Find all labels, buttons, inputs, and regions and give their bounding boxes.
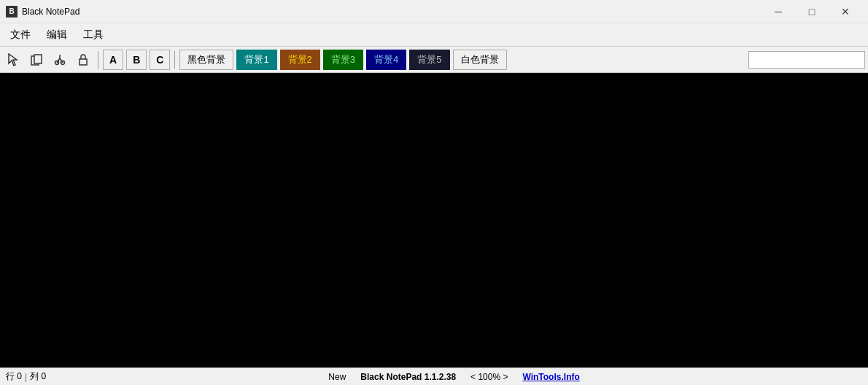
theme-btn-4[interactable]: 背景4	[366, 50, 406, 70]
status-app-name: Black NotePad 1.1.2.38	[360, 372, 456, 382]
menu-file[interactable]: 文件	[3, 26, 38, 44]
scissors-icon	[53, 53, 66, 66]
status-separator: |	[25, 372, 27, 382]
copy-icon	[30, 53, 43, 66]
theme-btn-5[interactable]: 背景5	[409, 50, 449, 70]
app-icon: B	[6, 6, 18, 18]
theme-btn-white[interactable]: 白色背景	[453, 50, 507, 70]
status-position: 行 0 | 列 0	[6, 370, 46, 383]
search-input[interactable]	[748, 51, 865, 69]
theme-btn-1[interactable]: 背景1	[236, 50, 276, 70]
titlebar: B Black NotePad ─ □ ✕	[0, 0, 868, 23]
toolbar-separator-2	[174, 51, 175, 69]
minimize-button[interactable]: ─	[762, 0, 795, 23]
svg-marker-0	[9, 54, 17, 66]
menu-edit[interactable]: 编辑	[39, 26, 74, 44]
window-title: Black NotePad	[22, 7, 762, 17]
theme-btn-2[interactable]: 背景2	[280, 50, 320, 70]
toolbar-separator-1	[98, 51, 98, 69]
menubar: 文件 编辑 工具	[0, 23, 868, 47]
toolbar: A B C 黑色背景 背景1 背景2 背景3 背景4 背景5 白色背景	[0, 47, 868, 73]
menu-tools[interactable]: 工具	[76, 26, 111, 44]
close-button[interactable]: ✕	[829, 0, 862, 23]
statusbar: 行 0 | 列 0 New Black NotePad 1.1.2.38 < 1…	[0, 368, 868, 385]
status-new: New	[328, 372, 346, 382]
status-col: 列 0	[30, 370, 46, 383]
status-center: New Black NotePad 1.1.2.38 < 100% > WinT…	[46, 372, 862, 382]
status-link[interactable]: WinTools.Info	[522, 372, 579, 382]
toolbar-lock-btn[interactable]	[73, 50, 93, 70]
status-row: 行 0	[6, 370, 22, 383]
lock-icon	[77, 53, 90, 66]
toolbar-select-btn[interactable]	[3, 50, 23, 70]
toolbar-btn-a[interactable]: A	[103, 50, 123, 70]
status-zoom: < 100% >	[470, 372, 508, 382]
toolbar-btn-c[interactable]: C	[150, 50, 170, 70]
svg-rect-2	[34, 55, 42, 63]
toolbar-copy-btn[interactable]	[26, 50, 47, 70]
svg-rect-8	[80, 59, 87, 65]
toolbar-btn-b[interactable]: B	[126, 50, 147, 70]
window-controls: ─ □ ✕	[762, 0, 862, 23]
theme-btn-3[interactable]: 背景3	[323, 50, 363, 70]
maximize-button[interactable]: □	[795, 0, 829, 23]
editor-area[interactable]	[0, 73, 868, 368]
cursor-icon	[7, 53, 20, 66]
theme-btn-black[interactable]: 黑色背景	[179, 50, 233, 70]
toolbar-cut-btn[interactable]	[50, 50, 70, 70]
